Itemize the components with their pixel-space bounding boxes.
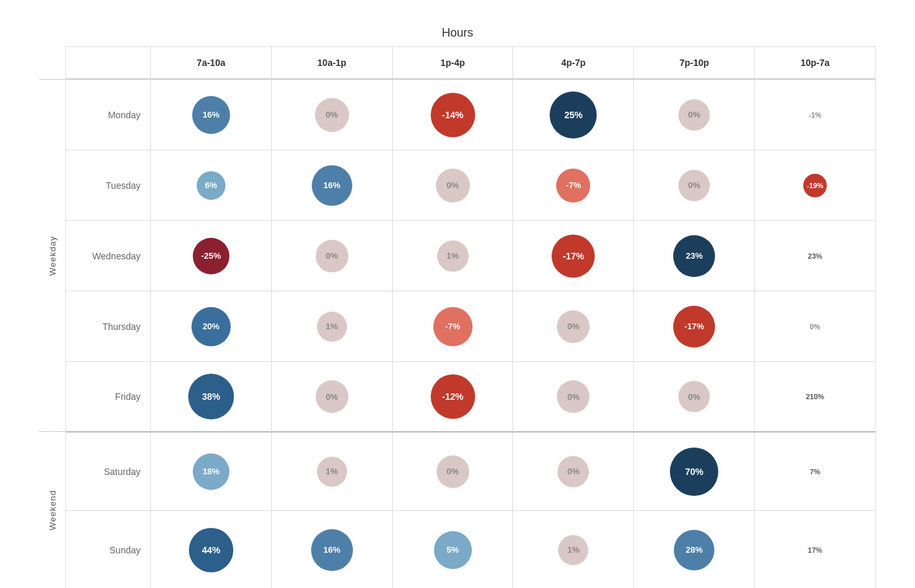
cell-tuesday-col1: 16% — [272, 150, 393, 221]
header-label-1p-4p: 1p-4p — [441, 57, 465, 68]
bubble-text-thursday-col4: -17% — [684, 321, 704, 331]
bubble-text-saturday-col4: 70% — [685, 466, 703, 477]
cell-saturday-col5: 7% — [755, 433, 876, 511]
cell-monday-col4: 0% — [634, 80, 755, 150]
header-label-10a-1p: 10a-1p — [318, 57, 346, 68]
main-grid: 7a-10a10a-1p1p-4p4p-7p7p-10p10p-7aMonday… — [65, 46, 876, 588]
group-label-weekend: Weekend — [39, 432, 65, 588]
cell-thursday-col0: 20% — [151, 291, 272, 362]
bubble-text-sunday-col2: 5% — [446, 545, 459, 555]
day-text-sunday: Sunday — [110, 545, 141, 555]
bubble-text-wednesday-col1: 0% — [325, 251, 338, 261]
cell-thursday-col1: 1% — [272, 291, 393, 362]
bubble-friday-col4: 0% — [678, 381, 710, 412]
bubble-text-wednesday-col3: -17% — [563, 251, 584, 261]
bubble-text-monday-col0: 16% — [203, 110, 220, 120]
cell-wednesday-col5: 23% — [755, 221, 876, 291]
bubble-tuesday-col4: 0% — [678, 170, 710, 201]
bubble-text-wednesday-col2: 1% — [446, 251, 459, 261]
bubble-sunday-col0: 44% — [189, 528, 233, 572]
bubble-tuesday-col3: -7% — [556, 169, 590, 203]
cell-monday-col2: -14% — [393, 80, 514, 150]
corner-cell — [66, 47, 151, 80]
bubble-text-tuesday-col0: 6% — [205, 180, 218, 190]
day-text-monday: Monday — [108, 110, 141, 120]
bubble-text-saturday-col1: 1% — [325, 466, 338, 476]
bubble-text-friday-col5: 210% — [806, 393, 824, 400]
header-4p-7p: 4p-7p — [513, 47, 634, 80]
cell-monday-col3: 25% — [513, 80, 634, 150]
cell-friday-col5: 210% — [755, 362, 876, 433]
bubble-text-saturday-col0: 18% — [203, 466, 220, 476]
header-7p-10p: 7p-10p — [634, 47, 755, 80]
bubble-saturday-col1: 1% — [317, 457, 347, 487]
day-label-tuesday: Tuesday — [66, 150, 151, 221]
cell-tuesday-col0: 6% — [151, 150, 272, 221]
cell-friday-col0: 38% — [151, 362, 272, 433]
bubble-text-monday-col5: -1% — [808, 111, 822, 119]
bubble-text-monday-col2: -14% — [442, 110, 463, 120]
cell-wednesday-col2: 1% — [393, 221, 514, 291]
bubble-sunday-col5: 17% — [804, 539, 826, 561]
bubble-text-sunday-col3: 1% — [567, 545, 580, 555]
header-10a-1p: 10a-1p — [272, 47, 393, 80]
bubble-tuesday-col2: 0% — [436, 169, 470, 203]
header-label-4p-7p: 4p-7p — [561, 57, 586, 68]
cell-sunday-col0: 44% — [151, 511, 272, 588]
bubble-text-tuesday-col5: -19% — [807, 182, 824, 189]
cell-friday-col3: 0% — [513, 362, 634, 433]
cell-thursday-col2: -7% — [393, 291, 514, 362]
bubble-text-tuesday-col1: 16% — [324, 180, 341, 190]
cell-tuesday-col3: -7% — [513, 150, 634, 221]
day-label-thursday: Thursday — [66, 291, 151, 362]
cell-monday-col5: -1% — [755, 80, 876, 150]
bubble-monday-col3: 25% — [550, 91, 597, 139]
bubble-text-saturday-col2: 0% — [446, 466, 459, 476]
header-label-10p-7a: 10p-7a — [801, 57, 829, 68]
bubble-text-thursday-col1: 1% — [325, 321, 338, 331]
bubble-text-friday-col0: 38% — [202, 391, 220, 402]
bubble-text-wednesday-col5: 23% — [808, 252, 822, 260]
bubble-monday-col1: 0% — [315, 98, 349, 132]
bubble-text-sunday-col0: 44% — [202, 545, 220, 555]
bubble-text-thursday-col5: 0% — [810, 323, 820, 331]
day-label-sunday: Sunday — [66, 511, 151, 588]
cell-sunday-col2: 5% — [393, 511, 514, 588]
day-label-wednesday: Wednesday — [66, 221, 151, 291]
bubble-text-friday-col4: 0% — [688, 392, 701, 402]
bubble-friday-col2: -12% — [431, 374, 475, 419]
bubble-text-sunday-col4: 28% — [686, 545, 703, 555]
bubble-text-saturday-col3: 0% — [567, 466, 580, 476]
cell-friday-col1: 0% — [272, 362, 393, 433]
bubble-text-wednesday-col4: 23% — [686, 251, 703, 261]
cell-friday-col4: 0% — [634, 362, 755, 433]
bubble-tuesday-col5: -19% — [803, 174, 827, 197]
bubble-wednesday-col1: 0% — [316, 240, 348, 272]
bubble-sunday-col1: 16% — [311, 529, 353, 571]
header-1p-4p: 1p-4p — [393, 47, 514, 80]
bubble-wednesday-col2: 1% — [437, 240, 469, 272]
cell-wednesday-col4: 23% — [634, 221, 755, 291]
bubble-text-friday-col1: 0% — [325, 392, 338, 402]
bubble-text-monday-col4: 0% — [688, 110, 701, 120]
chart-title: Hours — [39, 26, 876, 40]
bubble-monday-col5: -1% — [805, 105, 825, 125]
bubble-sunday-col2: 5% — [434, 531, 472, 569]
bubble-tuesday-col0: 6% — [197, 171, 225, 200]
day-text-thursday: Thursday — [103, 321, 141, 332]
bubble-text-tuesday-col2: 0% — [446, 180, 459, 190]
bubble-thursday-col1: 1% — [317, 312, 347, 342]
cell-sunday-col5: 17% — [755, 511, 876, 588]
bubble-friday-col1: 0% — [316, 380, 348, 413]
bubble-saturday-col0: 18% — [193, 453, 229, 490]
bubble-monday-col0: 16% — [192, 96, 230, 134]
cell-tuesday-col4: 0% — [634, 150, 755, 221]
cell-friday-col2: -12% — [393, 362, 514, 433]
bubble-text-saturday-col5: 7% — [810, 468, 820, 476]
chart-container: Hours WeekdayWeekend 7a-10a10a-1p1p-4p4p… — [20, 13, 895, 588]
day-text-saturday: Saturday — [104, 466, 141, 477]
bubble-text-monday-col1: 0% — [325, 110, 338, 120]
day-label-friday: Friday — [66, 362, 151, 433]
bubble-text-monday-col3: 25% — [564, 110, 582, 120]
day-text-wednesday: Wednesday — [92, 251, 141, 261]
